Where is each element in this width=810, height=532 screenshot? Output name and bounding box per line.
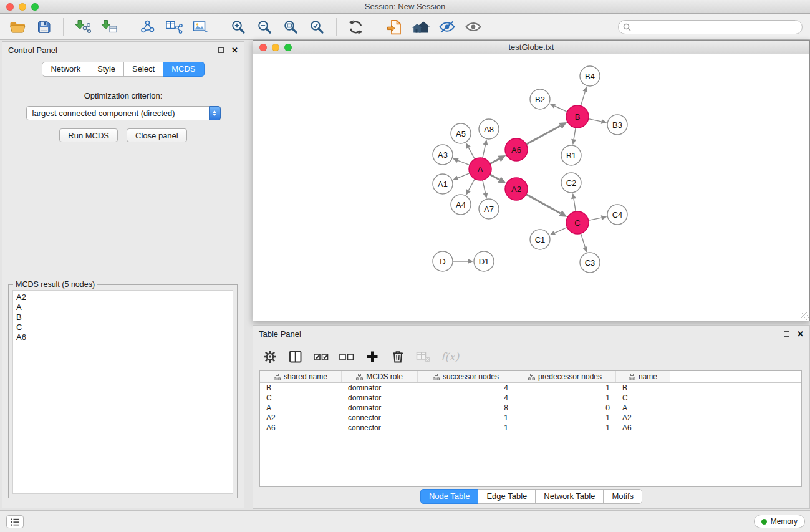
delete-rows-icon[interactable] [390, 349, 406, 365]
network-maximize-icon[interactable] [284, 44, 292, 51]
minimize-window-icon[interactable] [19, 3, 26, 11]
network-close-icon[interactable] [259, 44, 267, 51]
import-table-from-file-icon[interactable] [99, 17, 119, 37]
maximize-window-icon[interactable] [31, 3, 39, 11]
graph-node-A2[interactable]: A2 [505, 178, 528, 200]
zoom-out-icon[interactable] [254, 17, 275, 37]
table-settings-icon[interactable] [262, 349, 278, 365]
column-header-mcds-role[interactable]: MCDS role [342, 371, 418, 382]
tab-motifs[interactable]: Motifs [604, 489, 642, 504]
graph-node-A6[interactable]: A6 [505, 138, 528, 161]
home-icon[interactable] [410, 17, 431, 37]
preview-icon[interactable] [463, 17, 483, 37]
close-window-icon[interactable] [6, 3, 14, 11]
edge-A-A3[interactable] [458, 160, 470, 165]
graph-node-C1[interactable]: C1 [530, 230, 550, 249]
tab-node-table[interactable]: Node Table [420, 489, 479, 504]
edge-C-C1[interactable] [555, 227, 567, 233]
zoom-in-icon[interactable] [228, 17, 249, 37]
tab-select[interactable]: Select [124, 62, 163, 77]
control-panel-close-icon[interactable]: ✕ [231, 46, 238, 54]
graph-node-A[interactable]: A [469, 158, 491, 180]
edge-A-A5[interactable] [468, 148, 475, 159]
graph-node-A7[interactable]: A7 [479, 199, 499, 219]
optimization-criterion-select[interactable]: largest connected component (directed) [26, 106, 221, 120]
network-minimize-icon[interactable] [272, 44, 279, 51]
edge-A-A2[interactable] [490, 175, 499, 180]
graph-node-A5[interactable]: A5 [451, 123, 471, 143]
table-row[interactable]: Cdominator41C [260, 393, 801, 403]
network-graph[interactable]: B4B2BB3A5A8A6B1A3AC2A1A2A4A7C4CC1C3DD1 [253, 55, 809, 321]
new-network-icon[interactable] [137, 17, 158, 37]
table-row[interactable]: Bdominator41B [260, 383, 801, 393]
table-panel-close-icon[interactable]: ✕ [797, 330, 804, 338]
graph-node-A8[interactable]: A8 [479, 119, 499, 139]
edge-C-C4[interactable] [589, 218, 602, 220]
tab-network-table[interactable]: Network Table [536, 489, 604, 504]
resize-grip-icon[interactable] [801, 312, 809, 320]
search-input[interactable] [634, 22, 798, 32]
edge-B-B2[interactable] [555, 106, 567, 112]
graph-node-C2[interactable]: C2 [561, 173, 581, 193]
graph-node-A1[interactable]: A1 [433, 174, 453, 194]
graph-node-B[interactable]: B [566, 105, 589, 128]
task-history-button[interactable] [6, 515, 24, 528]
edge-A-A7[interactable] [483, 180, 486, 193]
graph-node-B2[interactable]: B2 [530, 89, 550, 109]
zoom-fit-icon[interactable] [281, 17, 301, 37]
tab-edge-table[interactable]: Edge Table [478, 489, 536, 504]
column-header-successor-nodes[interactable]: successor nodes [418, 371, 514, 382]
new-network-from-table-icon[interactable] [163, 17, 184, 37]
edge-A-A8[interactable] [483, 145, 486, 158]
open-recent-file-icon[interactable] [384, 17, 405, 37]
save-session-icon[interactable] [34, 17, 54, 37]
edge-C-C3[interactable] [581, 233, 585, 247]
search-box[interactable] [618, 20, 803, 34]
column-header-shared-name[interactable]: shared name [260, 371, 342, 382]
show-graphics-details-icon[interactable] [436, 17, 457, 37]
refresh-icon[interactable] [345, 17, 366, 37]
add-row-icon[interactable] [364, 349, 380, 365]
graph-node-C3[interactable]: C3 [580, 253, 600, 273]
column-header-name[interactable]: name [616, 371, 670, 382]
graph-node-B1[interactable]: B1 [561, 145, 581, 165]
table-float-panel-icon[interactable] [784, 331, 789, 337]
edge-A6-B[interactable] [526, 126, 561, 145]
edge-A-A4[interactable] [468, 179, 475, 190]
run-mcds-button[interactable]: Run MCDS [59, 128, 118, 142]
show-columns-icon[interactable] [287, 349, 304, 365]
deselect-all-rows-icon[interactable] [339, 349, 355, 365]
graph-node-D1[interactable]: D1 [474, 251, 494, 271]
edge-B-B3[interactable] [589, 119, 602, 122]
tab-mcds[interactable]: MCDS [163, 62, 204, 77]
export-image-icon[interactable] [190, 17, 210, 37]
graph-node-A4[interactable]: A4 [451, 195, 471, 215]
table-row[interactable]: Adominator80A [260, 403, 801, 413]
tab-style[interactable]: Style [89, 62, 124, 77]
mcds-result-item[interactable]: A6 [16, 332, 229, 342]
table-row[interactable]: A6connector11A6 [260, 423, 801, 433]
column-header-predecessor-nodes[interactable]: predecessor nodes [514, 371, 616, 382]
edge-B-B1[interactable] [574, 128, 576, 140]
tab-network[interactable]: Network [42, 62, 89, 77]
mcds-result-item[interactable]: B [16, 312, 229, 322]
graph-node-B4[interactable]: B4 [580, 66, 600, 86]
edge-A-A1[interactable] [458, 173, 470, 178]
mcds-result-item[interactable]: A2 [16, 293, 229, 302]
select-all-rows-icon[interactable] [313, 349, 329, 365]
float-panel-icon[interactable] [218, 47, 224, 53]
import-network-from-file-icon[interactable] [72, 17, 93, 37]
network-canvas[interactable]: B4B2BB3A5A8A6B1A3AC2A1A2A4A7C4CC1C3DD1 [253, 55, 809, 321]
mcds-result-item[interactable]: A [16, 302, 229, 312]
graph-node-C4[interactable]: C4 [607, 205, 627, 225]
memory-button[interactable]: Memory [754, 515, 805, 528]
graph-node-B3[interactable]: B3 [607, 115, 627, 135]
close-panel-button[interactable]: Close panel [127, 128, 187, 142]
edge-A2-C[interactable] [526, 195, 561, 213]
mcds-result-item[interactable]: C [16, 322, 229, 332]
edge-A-A6[interactable] [490, 159, 499, 164]
edge-B-B4[interactable] [581, 92, 585, 106]
open-session-icon[interactable] [7, 17, 28, 37]
table-row[interactable]: A2connector11A2 [260, 413, 801, 423]
graph-node-C[interactable]: C [566, 211, 589, 234]
